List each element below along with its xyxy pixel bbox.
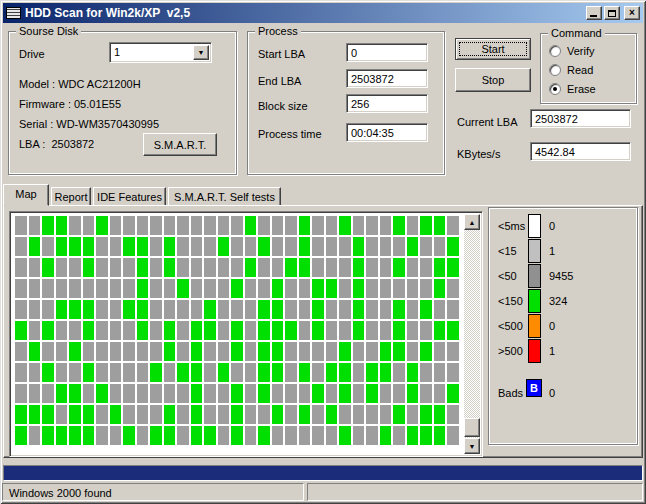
map-cell: [137, 237, 149, 256]
map-cell: [191, 321, 203, 340]
scrollbar-up-button[interactable]: ▲: [464, 214, 480, 230]
radio-erase-circle[interactable]: [549, 83, 561, 95]
map-cell: [353, 405, 365, 424]
process-time-input[interactable]: 00:04:35: [346, 123, 428, 142]
map-cell: [150, 216, 162, 235]
map-cell: [245, 363, 257, 382]
kbytes-value[interactable]: 4542.84: [530, 142, 631, 161]
smart-button[interactable]: S.M.A.R.T.: [143, 133, 217, 156]
map-cell: [420, 426, 432, 445]
legend-count: 0: [549, 320, 555, 332]
map-cell: [96, 321, 108, 340]
radio-verify-circle[interactable]: [549, 45, 561, 57]
map-cell: [96, 363, 108, 382]
drive-combobox[interactable]: 1 ▼: [109, 42, 212, 63]
tab-map[interactable]: Map: [3, 184, 49, 206]
map-cell: [15, 216, 27, 235]
map-scrollbar[interactable]: ▲ ▼: [464, 214, 480, 454]
map-cell: [393, 426, 405, 445]
map-cell: [407, 300, 419, 319]
radio-read-circle[interactable]: [549, 64, 561, 76]
map-cell: [69, 405, 81, 424]
map-cell: [164, 321, 176, 340]
map-cell: [164, 258, 176, 277]
map-cell: [137, 405, 149, 424]
app-icon[interactable]: [6, 7, 21, 19]
start-button-focus: Start: [459, 42, 527, 56]
map-cell: [69, 363, 81, 382]
map-cell: [15, 258, 27, 277]
map-cell: [137, 258, 149, 277]
map-cell: [447, 384, 459, 403]
map-cell: [150, 300, 162, 319]
map-cell: [218, 279, 230, 298]
map-cell: [312, 363, 324, 382]
map-cell: [204, 384, 216, 403]
drive-combobox-value: 1: [114, 46, 120, 58]
map-cell: [312, 342, 324, 361]
minimize-button[interactable]: [586, 6, 602, 20]
radio-read[interactable]: Read: [549, 64, 593, 76]
map-cell: [258, 342, 270, 361]
map-cell: [42, 321, 54, 340]
map-cell: [204, 426, 216, 445]
map-cell: [380, 258, 392, 277]
serial-text: Serial : WD-WM3570430995: [19, 118, 159, 130]
map-cell: [420, 342, 432, 361]
maximize-icon: [608, 10, 616, 17]
map-cell: [42, 237, 54, 256]
map-cell: [312, 300, 324, 319]
scrollbar-thumb[interactable]: [464, 418, 480, 437]
map-cell: [272, 426, 284, 445]
current-lba-value[interactable]: 2503872: [530, 109, 631, 128]
map-cell: [123, 321, 135, 340]
radio-erase[interactable]: Erase: [549, 83, 596, 95]
map-cell: [191, 300, 203, 319]
start-lba-input[interactable]: 0: [346, 43, 428, 62]
scrollbar-down-button[interactable]: ▼: [464, 438, 480, 454]
map-cell: [353, 279, 365, 298]
map-cell: [218, 237, 230, 256]
drive-combobox-dropdown-button[interactable]: ▼: [193, 45, 209, 60]
map-cell: [312, 405, 324, 424]
map-cell: [56, 363, 68, 382]
map-cell: [42, 405, 54, 424]
start-button[interactable]: Start: [455, 38, 531, 60]
map-cell: [326, 279, 338, 298]
map-cell: [164, 405, 176, 424]
radio-verify[interactable]: Verify: [549, 45, 595, 57]
map-cell: [164, 300, 176, 319]
firmware-text: Firmware : 05.01E55: [19, 98, 121, 110]
map-cell: [353, 258, 365, 277]
map-cell: [339, 342, 351, 361]
map-cell: [245, 216, 257, 235]
map-cell: [42, 384, 54, 403]
maximize-button[interactable]: [604, 6, 620, 20]
tab-report[interactable]: Report: [51, 187, 91, 205]
map-cell: [231, 405, 243, 424]
map-cell: [231, 216, 243, 235]
map-cell: [272, 237, 284, 256]
map-cell: [353, 426, 365, 445]
map-cell: [204, 300, 216, 319]
map-cell: [339, 405, 351, 424]
stop-button[interactable]: Stop: [455, 68, 531, 92]
map-cell: [447, 363, 459, 382]
legend-row-50: <50 9455: [489, 264, 637, 288]
map-cell: [110, 342, 122, 361]
map-cell: [380, 237, 392, 256]
tab-ide-features[interactable]: IDE Features: [93, 187, 166, 205]
map-cell: [299, 258, 311, 277]
map-cell: [191, 279, 203, 298]
map-cell: [299, 405, 311, 424]
map-cell: [299, 342, 311, 361]
map-cell: [366, 279, 378, 298]
map-cell: [123, 342, 135, 361]
map-cell: [272, 258, 284, 277]
tab-smart-self-tests[interactable]: S.M.A.R.T. Self tests: [168, 187, 281, 205]
map-cell: [299, 279, 311, 298]
map-cell: [326, 405, 338, 424]
end-lba-input[interactable]: 2503872: [346, 69, 428, 88]
close-button[interactable]: ×: [624, 6, 640, 20]
block-size-input[interactable]: 256: [346, 94, 428, 113]
